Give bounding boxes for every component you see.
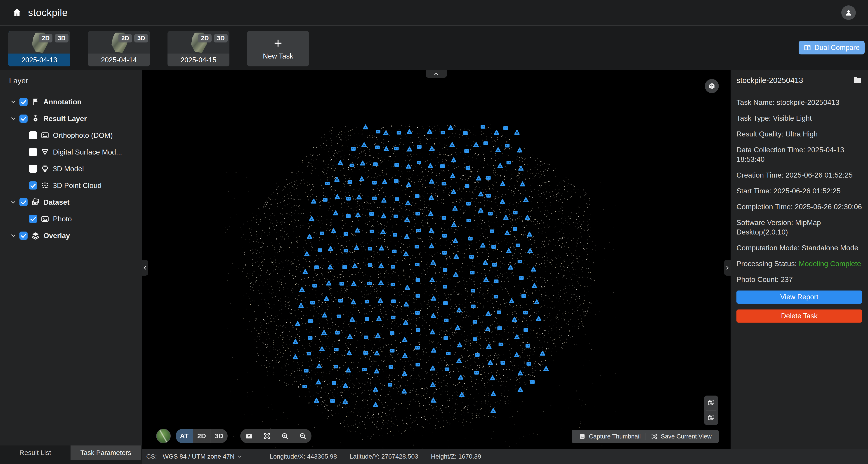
dual-compare-icon [804, 44, 811, 52]
save-current-view-label: Save Current View [661, 433, 712, 440]
plus-icon [272, 37, 284, 49]
mode-at[interactable]: AT [176, 429, 193, 443]
image-icon [41, 131, 49, 140]
chevron-right-icon [724, 265, 730, 271]
dsm-icon [41, 148, 49, 156]
field-software-version: Software Version: MipMap Desktop(2.0.10) [737, 218, 862, 237]
save-current-view-button[interactable]: Save Current View [646, 433, 717, 440]
task-date-label: 2025-04-15 [167, 54, 229, 66]
view-orientation-button[interactable] [705, 79, 719, 93]
field-completion-time: Completion Time: 2025-06-26 02:30:06 [737, 202, 862, 211]
chevron-down-icon [10, 99, 17, 105]
field-value: stockpile-20250413 [777, 98, 839, 106]
panel-separator [731, 92, 868, 92]
layer-tree-item[interactable]: Result Layer [0, 110, 142, 127]
medal-icon [31, 114, 40, 123]
layer-checkbox[interactable] [20, 98, 28, 106]
cs-label: CS: [146, 453, 157, 460]
badge-3d[interactable]: 3D [55, 34, 68, 42]
cube-view-front-icon[interactable] [707, 413, 715, 422]
panel-separator [0, 92, 142, 92]
layer-tree-item[interactable]: Digital Surface Mod... [0, 144, 142, 160]
field-value: Ultra High [785, 130, 817, 138]
cs-value: WGS 84 / UTM zone 47N [163, 453, 235, 460]
minimap-thumbnail[interactable] [156, 429, 170, 443]
badge-3d[interactable]: 3D [214, 34, 228, 42]
layer-label: 3D Point Cloud [53, 181, 101, 190]
task-date-label: 2025-04-14 [88, 54, 150, 66]
layer-tree-item[interactable]: Dataset [0, 194, 142, 210]
new-task-button[interactable]: New Task [247, 31, 309, 66]
layer-checkbox[interactable] [20, 198, 28, 206]
app-title: stockpile [28, 7, 68, 18]
cs-dropdown[interactable]: WGS 84 / UTM zone 47N [163, 453, 243, 460]
panel-divider [706, 410, 716, 410]
taskbar-divider [794, 26, 794, 70]
field-value: 237 [781, 275, 793, 284]
task-card[interactable]: 2D3D 2025-04-13 [8, 31, 70, 66]
camera-icon [245, 432, 253, 440]
layer-checkbox[interactable] [20, 114, 28, 123]
task-card[interactable]: 2D3D 2025-04-15 [167, 31, 229, 66]
frame-button[interactable] [258, 429, 276, 443]
layer-checkbox[interactable] [20, 232, 28, 240]
badge-2d[interactable]: 2D [119, 34, 132, 42]
tab-task-parameters[interactable]: Task Parameters [70, 445, 141, 460]
camera-button[interactable] [240, 429, 258, 443]
view-actions: Capture Thumbnail Save Current View [572, 430, 719, 443]
collapse-right-handle[interactable] [724, 260, 731, 275]
layer-tree-item[interactable]: Photo [0, 210, 142, 227]
box-brackets-icon [651, 433, 657, 440]
task-details-panel: stockpile-20250413 Task Name: stockpile-… [731, 70, 868, 449]
field-value: 2025-06-26 02:30:06 [795, 203, 862, 211]
view-report-button[interactable]: View Report [737, 291, 862, 304]
folder-icon[interactable] [852, 75, 862, 85]
tab-result-list[interactable]: Result List [0, 445, 70, 460]
task-thumbnail: 2D3D [167, 31, 229, 54]
viewport-tools [240, 429, 311, 443]
layer-tree-item[interactable]: Orthophoto (DOM) [0, 127, 142, 144]
layer-tree-item[interactable]: Annotation [0, 94, 142, 110]
layer-checkbox[interactable] [29, 148, 37, 156]
zoom-in-button[interactable] [276, 429, 294, 443]
layer-tree-item[interactable]: Overlay [0, 227, 142, 244]
badge-2d[interactable]: 2D [198, 34, 212, 42]
overlay-icon [31, 231, 40, 240]
point-cloud-canvas[interactable] [142, 70, 731, 449]
chevron-up-icon [433, 71, 439, 77]
chevron-down-icon [10, 199, 17, 206]
dual-compare-button[interactable]: Dual Compare [799, 41, 865, 55]
view-mode-switch: AT2D3D [176, 429, 228, 443]
layer-checkbox[interactable] [29, 181, 37, 190]
zoom-out-button[interactable] [294, 429, 311, 443]
viewport-3d[interactable]: AT2D3D Capture Thumbnail Save Current Vi… [142, 70, 731, 449]
layer-checkbox[interactable] [29, 165, 37, 173]
field-processing-status: Processing Status: Modeling Complete [737, 259, 862, 268]
status-bar: CS: WGS 84 / UTM zone 47N Longitude/X: 4… [142, 449, 868, 464]
capture-thumbnail-button[interactable]: Capture Thumbnail [574, 433, 646, 440]
collapse-top-handle[interactable] [426, 70, 447, 78]
badge-3d[interactable]: 3D [134, 34, 148, 42]
collapse-left-handle[interactable] [142, 260, 148, 275]
chevron-left-icon [142, 265, 148, 271]
task-details-title: stockpile-20250413 [737, 76, 803, 85]
field-photo-count: Photo Count: 237 [737, 275, 862, 284]
field-value: Visible Light [773, 114, 812, 122]
task-date-label: 2025-04-13 [8, 54, 70, 66]
layer-tree-item[interactable]: 3D Model [0, 160, 142, 177]
task-card[interactable]: 2D3D 2025-04-14 [88, 31, 150, 66]
user-icon [845, 9, 852, 16]
layer-tree-item[interactable]: 3D Point Cloud [0, 177, 142, 194]
mode-3d[interactable]: 3D [211, 429, 228, 443]
user-avatar[interactable] [841, 5, 856, 20]
badge-2d[interactable]: 2D [39, 34, 53, 42]
layer-checkbox[interactable] [29, 215, 37, 223]
layer-label: Orthophoto (DOM) [53, 131, 113, 140]
chevron-down-icon [10, 115, 17, 122]
mode-2d[interactable]: 2D [193, 429, 211, 443]
cube-view-top-icon[interactable] [707, 398, 715, 407]
delete-task-button[interactable]: Delete Task [737, 309, 862, 323]
layer-checkbox[interactable] [29, 131, 37, 139]
layer-label: 3D Model [53, 165, 84, 173]
home-icon[interactable] [12, 7, 22, 18]
